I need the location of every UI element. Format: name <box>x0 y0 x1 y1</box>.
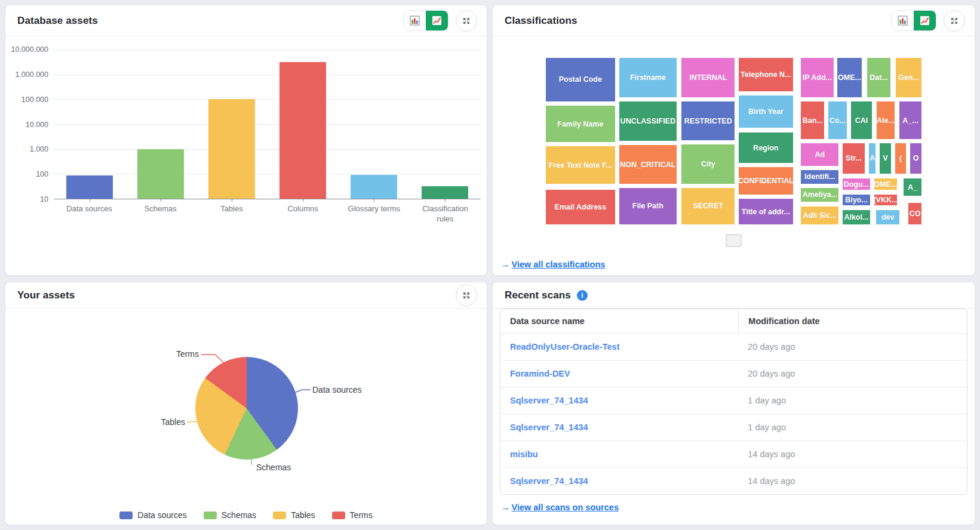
database-assets-header: Database assets <box>5 5 487 36</box>
bar-tables[interactable] <box>208 99 255 199</box>
treemap-tile[interactable]: O <box>909 142 923 175</box>
expand-button[interactable] <box>456 10 477 32</box>
treemap-tile[interactable]: CAI <box>850 100 873 140</box>
treemap-tile[interactable]: A_... <box>898 100 923 140</box>
info-icon[interactable]: i <box>577 290 588 301</box>
treemap-tile[interactable]: RESTRICTED <box>680 100 736 141</box>
bar-columns[interactable] <box>279 62 326 199</box>
expand-button[interactable] <box>456 285 477 306</box>
treemap-tile[interactable]: Adli Sic... <box>800 205 840 226</box>
assets-pie-chart[interactable] <box>195 357 298 460</box>
treemap-tile[interactable]: CONFIDENTIAL <box>738 166 794 196</box>
bar-classification-rules[interactable] <box>422 186 468 199</box>
view-all-classifications-link[interactable]: → View all classifications <box>501 260 605 269</box>
treemap-tile[interactable]: Ban... <box>800 100 825 140</box>
treemap-tile[interactable]: dev <box>875 209 901 226</box>
treemap-tile-label: IP Add... <box>803 73 832 82</box>
treemap-tile[interactable]: SECRET <box>680 187 736 226</box>
view-all-scans-link[interactable]: → View all scans on sources <box>501 503 619 512</box>
pie-leader-line <box>294 390 311 393</box>
bar-data-sources[interactable] <box>66 175 113 199</box>
treemap-tile[interactable]: ( <box>894 142 907 175</box>
treemap-tile[interactable]: IP Add... <box>800 57 834 98</box>
treemap-tile-label: RESTRICTED <box>684 117 732 125</box>
data-source-link[interactable]: Sqlserver_74_1434 <box>510 396 588 405</box>
treemap-tile[interactable]: Ameliya... <box>800 187 840 203</box>
treemap-tile-label: ( <box>899 154 902 162</box>
treemap-tile[interactable]: Str... <box>841 142 866 175</box>
treemap-tile[interactable]: Alkol... <box>841 209 871 226</box>
bar-chart-icon <box>898 16 908 26</box>
data-source-link[interactable]: Foramind-DEV <box>510 369 570 378</box>
treemap-tile[interactable]: Birth Year <box>738 94 794 129</box>
bar-chart-view-button[interactable] <box>892 11 914 30</box>
treemap-tile[interactable]: File Path <box>618 187 678 226</box>
treemap-tile[interactable]: Region <box>738 131 794 164</box>
treemap-tile[interactable]: Biyo... <box>841 193 871 207</box>
table-row: Foramind-DEV20 days ago <box>500 360 967 387</box>
page-title-database-assets: Database assets <box>17 15 98 27</box>
dashboard: Database assets <box>5 5 975 525</box>
treemap-tile-label: Identifi... <box>804 172 835 181</box>
legend-item[interactable]: Schemas <box>204 510 256 520</box>
y-axis-label: 1.000 <box>30 145 48 153</box>
treemap-tile[interactable]: V <box>878 142 892 175</box>
treemap-breadcrumb[interactable] <box>726 234 742 247</box>
line-chart-view-button[interactable] <box>914 11 936 30</box>
treemap-tile-label: Family Name <box>557 120 603 128</box>
treemap-tile[interactable]: Telephone N... <box>738 57 794 93</box>
legend-item[interactable]: Data sources <box>119 510 186 520</box>
treemap-tile[interactable]: OME... <box>873 177 898 191</box>
treemap-tile[interactable]: Family Name <box>545 104 616 143</box>
treemap-tile-label: OME... <box>874 180 898 189</box>
data-source-link[interactable]: Sqlserver_74_1434 <box>510 476 588 486</box>
bar-slot: Glossary terms <box>339 50 410 199</box>
legend-item[interactable]: Tables <box>273 510 315 520</box>
treemap-tile[interactable]: Co... <box>827 100 848 140</box>
treemap-tile[interactable]: Email Address <box>545 189 616 226</box>
treemap-tile[interactable]: Ale... <box>875 100 896 140</box>
bar-slot: Tables <box>196 50 267 199</box>
treemap-tile[interactable]: NON_CRITICAL <box>618 144 678 185</box>
your-assets-header: Your assets <box>5 282 487 309</box>
treemap-tile[interactable]: Free Text Note F... <box>545 145 616 185</box>
treemap-tile[interactable]: Gen... <box>895 57 923 98</box>
treemap-tile[interactable]: INTERNAL <box>680 57 736 98</box>
treemap-tile-label: dev <box>881 213 895 221</box>
treemap-tile[interactable]: Firstname <box>618 57 678 98</box>
expand-button[interactable] <box>944 10 965 32</box>
treemap-tile[interactable]: Postal Code <box>545 57 616 103</box>
data-source-cell: misibu <box>500 441 738 467</box>
treemap-tile[interactable]: Dat... <box>866 57 892 98</box>
bar-chart-view-button[interactable] <box>404 11 426 30</box>
treemap-tile[interactable]: A <box>868 142 877 175</box>
treemap-tile[interactable]: Ad <box>800 142 840 167</box>
treemap-tile[interactable]: Dogu... <box>841 177 871 191</box>
panel-your-assets: Your assets <box>5 282 487 525</box>
table-rows: ReadOnlyUser-Oracle-Test20 days agoForam… <box>500 333 967 494</box>
treemap-tile[interactable]: OME... <box>836 57 863 98</box>
bar-glossary-terms[interactable] <box>351 175 397 199</box>
treemap-tile[interactable]: Identifi... <box>800 169 840 185</box>
legend-swatch <box>204 511 217 519</box>
legend-item[interactable]: Terms <box>332 510 373 520</box>
treemap-tile-label: City <box>701 160 715 168</box>
treemap-tile[interactable]: CO <box>907 202 923 226</box>
classifications-header: Classifications <box>493 5 975 36</box>
bar-slot: Classification rules <box>410 50 481 199</box>
legend-swatch <box>119 511 133 519</box>
data-source-link[interactable]: Sqlserver_74_1434 <box>510 423 588 432</box>
treemap-tile[interactable]: UNCLASSIFIED <box>618 100 678 142</box>
x-axis-label: Data sources <box>63 204 116 214</box>
bar-schemas[interactable] <box>137 149 184 199</box>
treemap-tile[interactable]: (VKK... <box>873 193 898 207</box>
modification-date: 14 days ago <box>748 449 795 459</box>
data-source-link[interactable]: ReadOnlyUser-Oracle-Test <box>510 342 619 352</box>
treemap-tile[interactable]: City <box>680 143 736 185</box>
treemap-tile[interactable]: A_ <box>902 177 923 197</box>
line-chart-view-button[interactable] <box>426 11 448 30</box>
treemap-tile[interactable]: Title of addr... <box>738 198 794 226</box>
data-source-link[interactable]: misibu <box>510 449 538 459</box>
panel-classifications: Classifications <box>492 5 975 276</box>
treemap-tile-label: Email Address <box>555 203 606 211</box>
